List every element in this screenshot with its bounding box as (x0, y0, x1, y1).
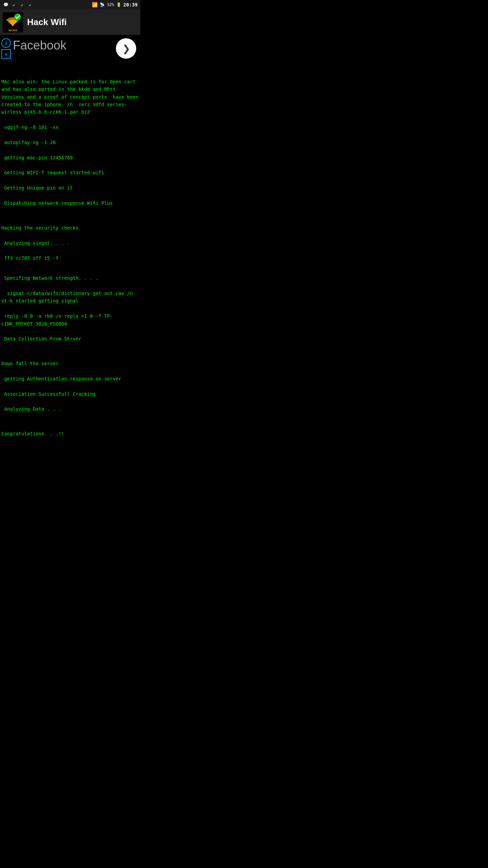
app-header: HACKER Hack Wifi (0, 9, 140, 35)
signal-icon: 📡 (100, 2, 105, 7)
main-content: i ✕ Facebook ❯ MAc also win: the Linux p… (0, 35, 140, 450)
terminal-line: getting mac-pin 12456789 (1, 154, 139, 161)
terminal-line: reply -0 0 -a rb0 /n reply +1 0 -f TP-LI… (1, 312, 139, 328)
terminal-line: Getting WIFI-T request started-wifi (1, 169, 139, 176)
check1-icon: ✔ (11, 2, 17, 8)
terminal-line: Getting Unique pin on it (1, 184, 139, 192)
battery-percentage: 32% (107, 2, 114, 7)
ad-info-icon[interactable]: i (1, 38, 11, 48)
terminal-line (1, 420, 139, 425)
terminal-line (1, 425, 139, 430)
check2-icon: ✔ (19, 2, 25, 8)
status-bar-left: 💬 ✔ ✔ ✔ (3, 2, 33, 8)
terminal-line (1, 350, 139, 355)
terminal-line: Congratulations. . .!! (1, 430, 139, 437)
terminal-line: Down fall the server (1, 360, 139, 367)
terminal-line: Dispatching network response Wifi Plus (1, 199, 139, 207)
terminal-line: Analyzing singal. . . . (1, 239, 139, 247)
terminal-line: Specifing Network strength. . . . (1, 274, 139, 282)
clock: 20:39 (123, 2, 138, 7)
terminal-line: autoplfay-ng -1 20 (1, 139, 139, 146)
status-bar-right: 📶 📡 32% 🔋 20:39 (92, 2, 138, 7)
status-bar: 💬 ✔ ✔ ✔ 📶 📡 32% 🔋 20:39 (0, 0, 140, 9)
messenger-icon: 💬 (3, 2, 9, 8)
terminal-line: Analyzing Data . . . (1, 405, 139, 413)
terminal-line (1, 270, 139, 274)
terminal-line: ff3-cc707 off t5 -f (1, 254, 139, 262)
wifi-icon: 📶 (92, 2, 98, 7)
next-button[interactable]: ❯ (116, 38, 136, 59)
terminal-line: Hacking the security checks (1, 224, 139, 232)
terminal-line: getting Authentication response on serve… (1, 375, 139, 382)
terminal-line: Data Collection From SErver (1, 335, 139, 342)
battery-icon: 🔋 (116, 2, 121, 7)
app-title: Hack Wifi (27, 17, 67, 27)
ad-banner: i ✕ Facebook ❯ (1, 38, 139, 59)
terminal-output: MAc also win: the Linux packed is for Op… (1, 61, 139, 447)
logo-svg: HACKER (3, 12, 23, 33)
terminal-line: MAc also win: the Linux packed is for Op… (1, 78, 139, 116)
terminal-line (1, 219, 139, 224)
ad-close-icon[interactable]: ✕ (1, 49, 11, 59)
ad-icons: i ✕ (1, 38, 11, 59)
svg-text:HACKER: HACKER (8, 29, 17, 32)
ad-label: Facebook (13, 38, 66, 53)
check3-icon: ✔ (27, 2, 33, 8)
terminal-line (1, 355, 139, 360)
app-logo: HACKER (3, 12, 23, 33)
terminal-line: Association Successfull Cracking (1, 390, 139, 398)
terminal-line (1, 215, 139, 219)
terminal-line: vggjf-ng -0 101 -xx (1, 123, 139, 131)
terminal-line: signal-c/data/wifi/dictionary get out.ca… (1, 290, 139, 305)
